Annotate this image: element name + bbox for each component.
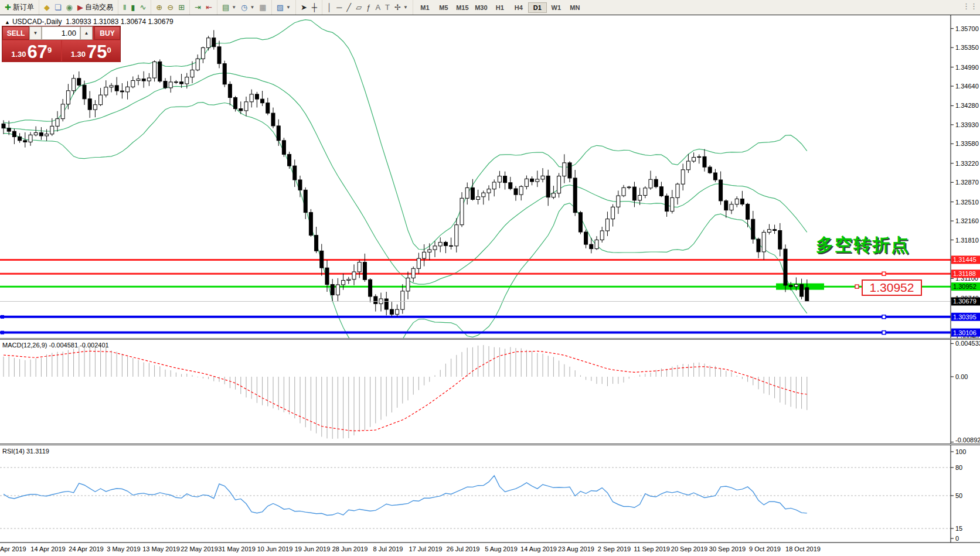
pane-separator-macd[interactable] [0,338,980,340]
candle-body [158,62,162,81]
candle-body [638,195,642,200]
candle-body [584,232,588,244]
candle-body [465,187,469,198]
sell-price-pip: 9 [47,40,52,60]
candle-body [552,193,555,197]
chart-title: ▲USDCAD-,Daily 1.30933 1.31083 1.30674 1… [5,18,173,26]
candle-body [66,91,70,104]
sell-price-display[interactable]: 1.30679 [2,40,61,62]
buy-button[interactable]: BUY [94,26,120,40]
buy-price-prefix: 1.30 [71,49,86,60]
candle-body [477,197,480,200]
macd-axis-label: 0.004533 [955,340,980,347]
price-tick-label: 1.34280 [955,102,979,109]
candle-body [789,285,792,286]
pane-separator-rsi[interactable] [0,444,980,445]
price-label-text: 1.30395 [953,313,976,320]
date-label: 4 Apr 2019 [0,545,26,552]
price-label-text: 1.31445 [953,256,976,263]
candle-body [546,176,550,197]
date-label: 23 Aug 2019 [558,545,594,552]
candle-body [757,239,760,252]
candle-body [671,197,674,211]
candle-body [503,176,507,183]
candle-body [740,199,744,204]
candle-body [509,183,512,189]
rsi-axis-label: 80 [955,464,962,471]
price-tick-label: 1.35350 [955,44,979,51]
volume-increase-button[interactable]: ▲ [80,26,93,40]
candle-body [525,179,528,186]
collapse-icon[interactable]: ▲ [5,19,10,25]
candle-body [703,156,706,167]
candle-body [794,284,798,286]
candle-body [632,187,636,200]
candle-body [12,131,16,137]
price-level-tag[interactable]: 1.30952 [862,279,922,296]
candle-body [369,279,372,296]
candle-body [228,84,232,98]
price-tick-label: 1.34640 [955,83,979,90]
candle-body [644,188,647,196]
date-label: 18 Oct 2019 [785,545,821,552]
candle-body [142,79,145,81]
candle-body [773,230,777,231]
candle-body [190,70,194,77]
candle-body [180,82,183,84]
candle-body [244,102,248,111]
candle-body [217,47,221,64]
date-label: 30 Sep 2019 [709,545,746,552]
candle-body [288,154,291,166]
candle-body [396,309,399,314]
volume-input[interactable]: 1.00 [42,26,80,40]
candle-body [450,245,453,246]
candle-body [692,158,696,162]
candle-body [104,87,108,95]
candle-body [234,98,237,109]
candle-body [627,187,631,187]
candle-body [207,38,210,48]
text-annotation[interactable]: 多空转折点 [816,233,910,257]
candle-body [352,272,356,279]
date-label: 11 Sep 2019 [634,545,670,552]
candle-body [767,230,771,233]
candle-body [83,85,86,98]
sell-button[interactable]: SELL [2,26,29,40]
candle-body [611,207,615,219]
candle-body [746,204,750,219]
price-tick-label: 1.34990 [955,64,979,71]
candle-body [563,163,566,176]
macd-label: MACD(12,26,9) -0.004581 -0.002401 [2,342,109,349]
candle-body [579,213,582,232]
candle-body [411,268,415,278]
candle-body [325,268,329,284]
candle-body [800,284,804,296]
rsi-axis-label: 0 [955,535,959,542]
candle-body [309,213,312,236]
candle-body [250,94,253,102]
chart-canvas[interactable]: 1.357001.353501.349901.346401.342801.339… [0,0,980,556]
candle-body [7,128,11,131]
volume-decrease-button[interactable]: ▼ [29,26,42,40]
candle-body [164,81,167,88]
candle-body [724,201,728,210]
candle-body [293,166,297,180]
candle-body [88,99,91,110]
candle-body [18,137,22,140]
candle-body [487,189,491,193]
candle-body [659,187,663,196]
candle-body [735,199,739,204]
candle-body [363,262,366,280]
date-label: 2 Sep 2019 [598,545,631,552]
line-handle [882,315,886,319]
date-label: 3 May 2019 [107,545,140,552]
rsi-label: RSI(14) 31.3119 [2,448,49,455]
candle-body [595,240,598,248]
candle-body [266,103,270,113]
candle-body [93,105,97,110]
buy-price-display[interactable]: 1.30750 [62,40,121,62]
price-label-text: 1.30679 [953,298,976,305]
candle-body [298,180,302,190]
candle-body [697,156,701,157]
candle-body [605,219,609,231]
